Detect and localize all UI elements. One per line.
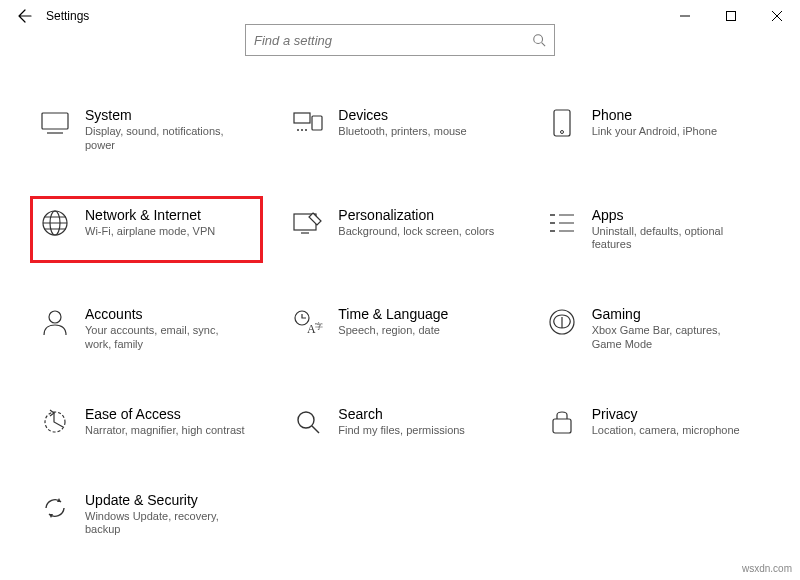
svg-point-19 [298,412,314,428]
maximize-icon [726,11,736,21]
back-button[interactable] [10,1,40,31]
devices-icon [292,107,324,139]
card-desc: Xbox Game Bar, captures, Game Mode [592,324,752,352]
minimize-icon [680,11,690,21]
card-desc: Windows Update, recovery, backup [85,510,245,538]
search-card-icon [292,406,324,438]
card-title: Privacy [592,406,740,422]
watermark: wsxdn.com [742,563,792,574]
card-desc: Find my files, permissions [338,424,465,438]
svg-rect-3 [294,113,310,123]
svg-point-13 [49,311,61,323]
card-time-language[interactable]: A字 Time & Language Speech, region, date [283,295,516,363]
search-box[interactable] [245,24,555,56]
card-personalization[interactable]: Personalization Background, lock screen,… [283,196,516,264]
close-button[interactable] [754,1,800,31]
card-title: Accounts [85,306,245,322]
window-controls [662,1,800,31]
svg-text:字: 字 [315,322,323,331]
card-title: Time & Language [338,306,448,322]
card-title: Search [338,406,465,422]
card-title: Devices [338,107,466,123]
card-desc: Speech, region, date [338,324,448,338]
card-desc: Link your Android, iPhone [592,125,717,139]
svg-point-9 [560,131,563,134]
card-title: Apps [592,207,752,223]
settings-grid: System Display, sound, notifications, po… [0,56,800,558]
close-icon [772,11,782,21]
svg-rect-4 [312,116,322,130]
card-apps[interactable]: Apps Uninstall, defaults, optional featu… [537,196,770,264]
card-title: Network & Internet [85,207,215,223]
card-update-security[interactable]: Update & Security Windows Update, recove… [30,481,263,549]
card-network[interactable]: Network & Internet Wi-Fi, airplane mode,… [30,196,263,264]
card-accounts[interactable]: Accounts Your accounts, email, sync, wor… [30,295,263,363]
card-system[interactable]: System Display, sound, notifications, po… [30,96,263,164]
network-icon [39,207,71,239]
card-desc: Location, camera, microphone [592,424,740,438]
svg-point-5 [297,129,299,131]
phone-icon [546,107,578,139]
maximize-button[interactable] [708,1,754,31]
back-arrow-icon [17,8,33,24]
card-title: Update & Security [85,492,245,508]
card-title: Phone [592,107,717,123]
card-title: Ease of Access [85,406,245,422]
svg-rect-2 [42,113,68,129]
card-desc: Narrator, magnifier, high contrast [85,424,245,438]
svg-rect-8 [554,110,570,136]
card-desc: Your accounts, email, sync, work, family [85,324,245,352]
card-title: Personalization [338,207,494,223]
svg-rect-0 [727,12,736,21]
privacy-icon [546,406,578,438]
accounts-icon [39,306,71,338]
update-security-icon [39,492,71,524]
system-icon [39,107,71,139]
time-language-icon: A字 [292,306,324,338]
card-desc: Uninstall, defaults, optional features [592,225,752,253]
card-search[interactable]: Search Find my files, permissions [283,395,516,449]
card-phone[interactable]: Phone Link your Android, iPhone [537,96,770,164]
card-privacy[interactable]: Privacy Location, camera, microphone [537,395,770,449]
card-gaming[interactable]: Gaming Xbox Game Bar, captures, Game Mod… [537,295,770,363]
card-devices[interactable]: Devices Bluetooth, printers, mouse [283,96,516,164]
minimize-button[interactable] [662,1,708,31]
svg-point-7 [305,129,307,131]
card-title: Gaming [592,306,752,322]
card-desc: Wi-Fi, airplane mode, VPN [85,225,215,239]
svg-rect-20 [553,419,571,433]
search-icon [532,33,546,47]
apps-icon [546,207,578,239]
card-desc: Bluetooth, printers, mouse [338,125,466,139]
card-title: System [85,107,245,123]
ease-of-access-icon [39,406,71,438]
svg-point-1 [534,35,543,44]
card-ease-of-access[interactable]: Ease of Access Narrator, magnifier, high… [30,395,263,449]
card-desc: Background, lock screen, colors [338,225,494,239]
window-title: Settings [46,9,89,23]
search-input[interactable] [254,33,532,48]
card-desc: Display, sound, notifications, power [85,125,245,153]
svg-point-6 [301,129,303,131]
personalization-icon [292,207,324,239]
gaming-icon [546,306,578,338]
